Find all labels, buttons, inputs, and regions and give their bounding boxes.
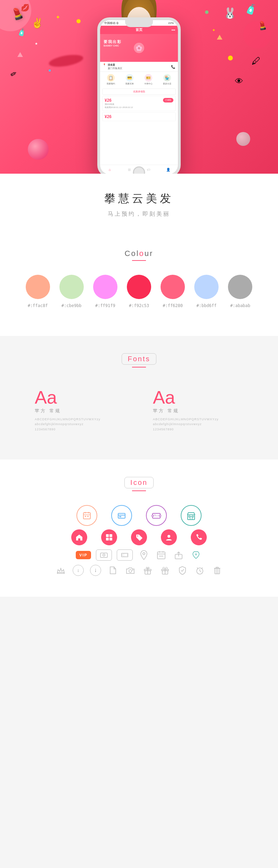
colour-hex-6: #:bbd6ff <box>196 303 216 308</box>
svg-line-51 <box>200 571 201 572</box>
icon-calendar <box>155 549 167 561</box>
svg-point-43 <box>129 570 132 572</box>
app-title: 攀慧云美发 <box>7 191 271 206</box>
svg-point-32 <box>159 556 160 557</box>
svg-rect-28 <box>157 552 165 559</box>
info-svg <box>76 568 81 573</box>
phone-notch <box>125 20 153 27</box>
fonts-section-title-container: Fonts <box>122 353 156 367</box>
menu-appointment-label: 我要预约 <box>107 82 115 85</box>
icon-row-4 <box>21 565 257 576</box>
bottom-nav-home[interactable]: ⌂ <box>107 167 112 172</box>
icon-camera <box>125 565 136 576</box>
icon-section-title-wrap: Icon <box>21 477 257 491</box>
deco-star-3: ★ <box>35 42 38 46</box>
icon-trash <box>212 565 223 576</box>
calendar-svg <box>157 551 165 560</box>
svg-rect-4 <box>85 516 86 517</box>
svg-point-27 <box>143 553 145 555</box>
colour-circle-6 <box>194 275 219 299</box>
colour-circle-3 <box>93 275 117 299</box>
phone-call-icon: 📞 <box>171 65 175 69</box>
colour-circle-5 <box>161 275 185 299</box>
icon-tag-filled <box>131 529 147 545</box>
font-name-cn-2: 苹方 常规 <box>153 408 243 414</box>
font-numbers-1: 1234567890 <box>35 427 125 432</box>
svg-rect-5 <box>87 516 89 517</box>
icon-section-title-container: Icon <box>124 477 154 491</box>
coupon-desc1: 满200有效 <box>105 103 173 106</box>
appointment-svg <box>82 511 92 520</box>
svg-point-37 <box>195 553 197 555</box>
icon-vip-badge: VIP <box>76 551 91 559</box>
deco-dot-yellow <box>76 19 81 23</box>
colour-item-2: #:cbe9bb <box>59 275 84 308</box>
svg-rect-20 <box>106 538 109 540</box>
icon-ticket <box>117 549 133 561</box>
icon-location-pin <box>138 549 150 561</box>
icon-row-1 <box>21 505 257 526</box>
phone-nav-dots: ••• <box>171 28 175 32</box>
fonts-title-label: Fonts <box>128 355 150 363</box>
app-subtitle: 马上预约，即刻美丽 <box>7 210 271 218</box>
fonts-section-title-wrap: Fonts <box>21 353 257 367</box>
deco-lipstick-2: 💄 <box>256 20 268 32</box>
colour-section-title-wrap: Colour <box>21 249 257 261</box>
phone-banner-logo: 🌸 <box>134 43 144 53</box>
icon-alarm <box>194 565 205 576</box>
svg-line-52 <box>197 568 198 569</box>
svg-line-13 <box>154 514 156 515</box>
icon-payment-circle <box>111 505 132 526</box>
svg-rect-17 <box>192 516 194 517</box>
font-alphabet-upper-1: ABCDEFGHIJKLMNOPQRSTUVWXYzy <box>35 417 125 422</box>
colour-accent-letter: o <box>139 249 145 258</box>
svg-rect-19 <box>109 534 112 537</box>
deco-product-1: 🧴 <box>243 2 259 17</box>
payment-svg <box>117 511 126 520</box>
deco-star-2: ✦ <box>212 28 215 33</box>
vip-text: VIP <box>79 553 88 557</box>
home-svg <box>75 534 83 541</box>
svg-rect-0 <box>83 513 90 519</box>
carrier-label: 中国移动 令 <box>104 21 119 25</box>
bottom-nav-coupon[interactable]: 🏷 <box>146 167 151 172</box>
store-area: 厦门市集美区 <box>103 67 122 69</box>
phone-banner-text: 要我出彩 BAMBY CHIC <box>104 39 122 47</box>
colour-hex-7: #:ababab <box>230 303 251 308</box>
icon-row-3: VIP <box>21 549 257 561</box>
icon-gift-2 <box>160 565 171 576</box>
icon-coupon <box>146 505 167 526</box>
deco-eye: 👁 <box>235 76 243 86</box>
bottom-nav-grid[interactable]: ⊞ <box>127 167 132 172</box>
bottom-nav-profile[interactable]: 👤 <box>166 167 171 172</box>
phone-banner: 要我出彩 BAMBY CHIC 🌸 <box>100 34 178 62</box>
svg-rect-8 <box>119 516 121 517</box>
menu-more[interactable]: 🏪 更多分店 <box>163 74 171 85</box>
menu-coupon[interactable]: 🎫 卡券中心 <box>144 74 153 85</box>
icon-info-circle <box>73 565 84 576</box>
menu-appointment[interactable]: 📋 我要预约 <box>107 74 115 85</box>
font-alphabet-lower-2: abcdefghijklmnopqrstuvwxyz <box>153 422 243 427</box>
svg-point-39 <box>78 569 79 570</box>
colour-circle-7 <box>228 275 252 299</box>
svg-rect-16 <box>189 516 190 517</box>
location-svg <box>140 550 148 560</box>
menu-payment-label: 我要买单 <box>125 82 134 85</box>
store-svg <box>186 511 196 520</box>
font-item-2: Aa 苹方 常规 ABCDEFGHIJKLMNOPQRSTUVWXYzy abc… <box>153 388 243 432</box>
svg-point-41 <box>95 569 96 570</box>
fonts-section: Fonts Aa 苹方 常规 ABCDEFGHIJKLMNOPQRSTUVWXY… <box>0 336 278 460</box>
icon-appointment-circle <box>76 505 97 526</box>
coupon-btn[interactable]: 已领取 <box>163 98 173 102</box>
svg-rect-9 <box>153 513 160 518</box>
colour-item-5: #:ff6280 <box>161 275 185 308</box>
phone-coupon-bar[interactable]: 优惠券领取 <box>102 89 176 95</box>
colour-hex-2: #:cbe9bb <box>62 303 82 308</box>
menu-coupon-label: 卡券中心 <box>144 82 153 85</box>
icon-payment <box>111 505 132 526</box>
svg-line-53 <box>202 568 203 569</box>
icon-appointment <box>76 505 97 526</box>
icon-row-2 <box>21 529 257 545</box>
colour-item-1: #:ffac8f <box>26 275 50 308</box>
menu-payment[interactable]: 💳 我要买单 <box>125 74 134 85</box>
